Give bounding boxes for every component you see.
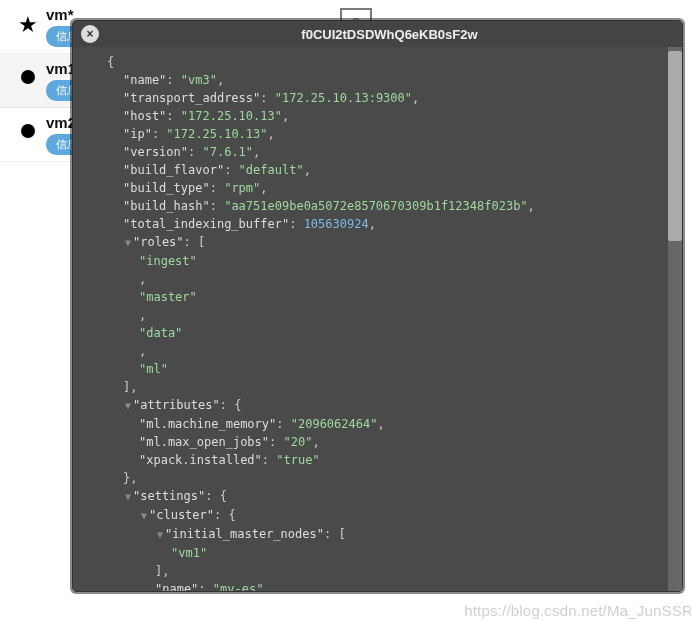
collapse-icon[interactable]: ▼	[139, 507, 149, 525]
modal: × f0CUI2tDSDWhQ6eKB0sF2w { "name": "vm3"…	[72, 20, 683, 592]
collapse-icon[interactable]: ▼	[123, 397, 133, 415]
dot-icon	[10, 114, 46, 138]
dot-icon	[10, 60, 46, 84]
close-icon[interactable]: ×	[81, 25, 99, 43]
collapse-icon[interactable]: ▼	[123, 488, 133, 506]
modal-header: × f0CUI2tDSDWhQ6eKB0sF2w	[73, 21, 682, 47]
star-icon: ★	[10, 6, 46, 38]
scrollbar[interactable]	[668, 47, 682, 591]
modal-overlay: × f0CUI2tDSDWhQ6eKB0sF2w { "name": "vm3"…	[70, 18, 685, 594]
scroll-thumb[interactable]	[668, 51, 682, 241]
json-viewer: { "name": "vm3", "transport_address": "1…	[73, 47, 668, 591]
modal-title: f0CUI2tDSDWhQ6eKB0sF2w	[105, 27, 674, 42]
collapse-icon[interactable]: ▼	[155, 526, 165, 544]
watermark: https://blog.csdn.net/Ma_JunSSR	[464, 602, 691, 619]
collapse-icon[interactable]: ▼	[123, 234, 133, 252]
